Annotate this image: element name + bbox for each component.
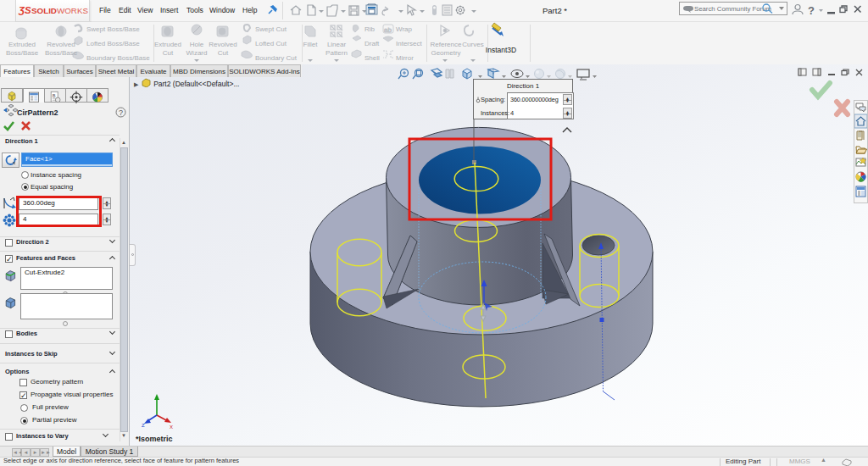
svg-text:Search Community Forum: Search Community Forum [694, 5, 771, 13]
svg-text:B: B [53, 93, 56, 98]
svg-text:?: ? [119, 108, 123, 117]
svg-text:Z: Z [142, 423, 145, 428]
svg-text:WORKS: WORKS [57, 6, 88, 15]
svg-text:ƷS: ƷS [18, 5, 31, 15]
svg-text:X: X [170, 424, 173, 430]
svg-text:ab: ab [384, 26, 392, 34]
svg-text:SOLID: SOLID [31, 6, 57, 15]
svg-text:?: ? [808, 4, 815, 17]
